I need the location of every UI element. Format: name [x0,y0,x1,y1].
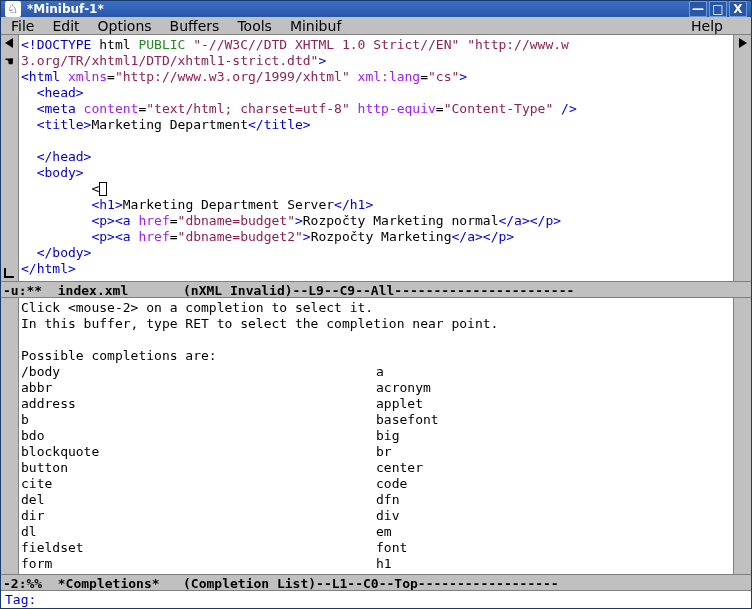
completion-item[interactable]: b [21,412,376,428]
completion-item[interactable]: button [21,460,376,476]
continuation-left-icon [5,38,13,48]
completions-heading: Possible completions are: [21,348,217,363]
completion-item[interactable]: bdo [21,428,376,444]
text-cursor [99,182,107,196]
continuation-right-icon [739,38,747,48]
completion-item[interactable]: br [376,444,731,460]
completion-item[interactable]: center [376,460,731,476]
completion-item[interactable]: abbr [21,380,376,396]
minimize-button[interactable]: — [689,1,707,17]
completion-item[interactable]: font [376,540,731,556]
completion-item[interactable]: a [376,364,731,380]
maximize-button[interactable]: □ [709,1,727,17]
modeline-bottom[interactable]: -2:%% *Completions* (Completion List)--L… [1,574,751,591]
menu-help[interactable]: Help [691,18,723,34]
menu-edit[interactable]: Edit [52,18,79,34]
completion-item[interactable]: address [21,396,376,412]
completion-item[interactable]: dl [21,524,376,540]
left-fringe: ☚ [1,35,19,281]
menubar: File Edit Options Buffers Tools Minibuf … [1,17,751,35]
titlebar[interactable]: ♘ *Minibuf-1* — □ X [1,1,751,17]
menu-minibuf[interactable]: Minibuf [290,18,341,34]
completions-pane: Click <mouse-2> on a completion to selec… [1,298,751,574]
completion-item[interactable]: blockquote [21,444,376,460]
completion-item[interactable]: form [21,556,376,572]
completion-item[interactable]: code [376,476,731,492]
completion-item[interactable]: del [21,492,376,508]
menu-file[interactable]: File [11,18,34,34]
buffer-end-icon [4,268,14,278]
completions-intro2: In this buffer, type RET to select the c… [21,316,498,331]
completion-item[interactable]: dir [21,508,376,524]
completion-item[interactable]: div [376,508,731,524]
completion-item[interactable]: acronym [376,380,731,396]
workspace: ☚ <!DOCTYPE html PUBLIC "-//W3C//DTD XHT… [1,35,751,608]
menu-options[interactable]: Options [98,18,152,34]
completions-grid: /bodya abbracronym addressapplet bbasefo… [21,364,731,572]
completion-item[interactable]: applet [376,396,731,412]
editor-buffer[interactable]: <!DOCTYPE html PUBLIC "-//W3C//DTD XHTML… [19,35,733,281]
close-button[interactable]: X [729,1,747,17]
app-icon: ♘ [5,1,21,17]
completion-item[interactable]: /body [21,364,376,380]
minibuffer[interactable]: Tag: [1,591,751,608]
menu-tools[interactable]: Tools [237,18,272,34]
arrow-icon: ☚ [5,54,13,68]
right-fringe [733,35,751,281]
app-window: ♘ *Minibuf-1* — □ X File Edit Options Bu… [0,0,752,609]
completions-intro1: Click <mouse-2> on a completion to selec… [21,300,373,315]
completion-item[interactable]: dfn [376,492,731,508]
window-title: *Minibuf-1* [27,2,689,16]
completion-item[interactable]: cite [21,476,376,492]
completion-item[interactable]: big [376,428,731,444]
menu-buffers[interactable]: Buffers [170,18,220,34]
completion-item[interactable]: basefont [376,412,731,428]
completions-buffer[interactable]: Click <mouse-2> on a completion to selec… [19,298,733,574]
completion-item[interactable]: fieldset [21,540,376,556]
editor-pane: ☚ <!DOCTYPE html PUBLIC "-//W3C//DTD XHT… [1,35,751,281]
completion-item[interactable]: em [376,524,731,540]
minibuffer-prompt: Tag: [5,592,44,607]
modeline-top[interactable]: -u:** index.xml (nXML Invalid)--L9--C9--… [1,281,751,298]
completion-item[interactable]: h1 [376,556,731,572]
left-fringe-bottom [1,298,19,574]
right-fringe-bottom [733,298,751,574]
